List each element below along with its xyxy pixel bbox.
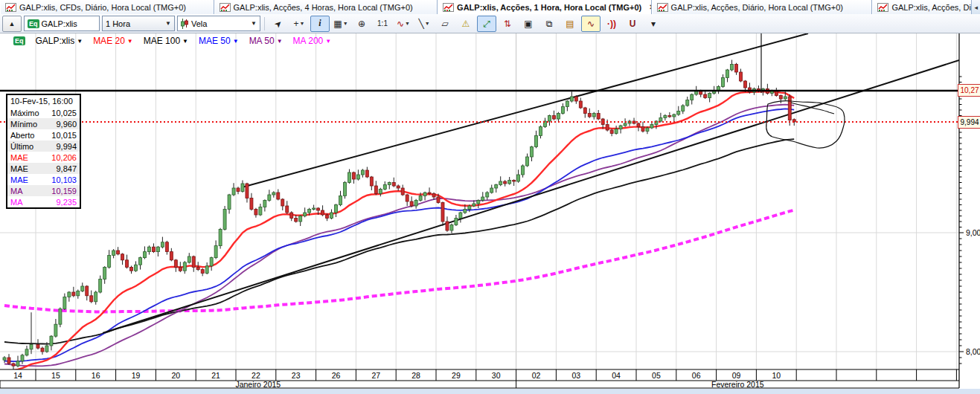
candle	[348, 172, 350, 183]
legend-label: GALP:xlis	[36, 36, 75, 46]
candle	[295, 219, 298, 222]
candle	[241, 184, 244, 192]
candle	[308, 210, 311, 213]
candle	[121, 254, 124, 260]
candle	[686, 100, 689, 106]
candle	[304, 213, 307, 216]
candle	[784, 97, 787, 99]
candle	[321, 210, 324, 215]
candle	[691, 94, 694, 100]
candle	[326, 215, 329, 219]
candle	[352, 172, 355, 179]
candle	[495, 185, 498, 189]
legend-label: MA 50	[249, 36, 275, 46]
candle	[210, 258, 213, 266]
date-tick-label: 15	[51, 371, 60, 380]
candle	[646, 128, 649, 132]
candle	[446, 222, 449, 230]
candle	[214, 246, 217, 258]
candle	[370, 177, 373, 186]
candle	[147, 247, 150, 251]
month-label: Fevereiro 2015	[711, 380, 764, 389]
candle	[624, 123, 627, 126]
tooltip-row-label: Máximo	[10, 109, 39, 117]
price-tick-label: 8,00	[966, 347, 980, 356]
legend-item-mae-50[interactable]: MAE 50▼	[199, 36, 239, 46]
candle	[183, 262, 186, 271]
tooltip-row-value: 10,159	[51, 187, 77, 196]
legend-item-mae-20[interactable]: MAE 20▼	[93, 36, 133, 46]
ma-line-mae-50[interactable]	[4, 109, 794, 361]
candle	[735, 65, 738, 73]
candle	[16, 361, 19, 366]
date-tick-label: 26	[332, 371, 341, 380]
price-chart-canvas[interactable]: 9,008,0014151619202122232627282930020304…	[0, 0, 980, 394]
tooltip-row-ma: MA9,235	[7, 196, 80, 207]
ma-line-mae-20[interactable]	[4, 91, 794, 372]
legend-item-ma-50[interactable]: MA 50▼	[249, 36, 283, 46]
candle	[548, 116, 551, 122]
candle	[54, 324, 57, 336]
candle	[170, 252, 173, 260]
candle	[704, 94, 707, 98]
candle	[557, 114, 560, 120]
candle	[473, 204, 475, 206]
candle	[450, 225, 453, 231]
candle	[650, 125, 653, 129]
candle	[606, 125, 609, 131]
candle	[401, 188, 404, 195]
candle	[317, 208, 320, 210]
candle	[775, 91, 778, 96]
date-tick-label: 19	[132, 371, 141, 380]
tooltip-row-value: 9,994	[56, 142, 77, 151]
candle	[423, 193, 426, 196]
candle	[130, 267, 133, 271]
tooltip-datetime: 10-Fev-15, 16:00	[7, 95, 80, 107]
candle	[108, 255, 111, 267]
candle	[597, 114, 600, 120]
tooltip-row-label: Último	[10, 142, 33, 151]
candle	[477, 201, 480, 204]
candle	[36, 344, 39, 348]
candle	[135, 265, 138, 271]
ma-line-ma-200[interactable]	[4, 210, 794, 312]
candle	[254, 210, 257, 216]
legend-item-ma-200[interactable]: MA 200▼	[293, 36, 332, 46]
candle	[659, 118, 662, 122]
candle	[504, 181, 507, 184]
candle	[441, 203, 444, 222]
candle	[196, 267, 199, 269]
candle	[726, 70, 729, 78]
candle	[579, 101, 582, 108]
price-tick-label: 9,00	[966, 228, 980, 237]
tooltip-row-mínimo: Mínimo9,960	[7, 118, 80, 129]
candle	[570, 97, 573, 101]
candle	[72, 292, 75, 296]
candle	[259, 207, 262, 216]
candle	[414, 201, 417, 207]
candle	[192, 256, 195, 267]
lower-trendline[interactable]	[103, 60, 959, 333]
candle	[343, 183, 346, 196]
candle	[410, 201, 413, 206]
candle	[583, 108, 586, 114]
legend-label: MA 200	[293, 36, 324, 46]
candle	[99, 279, 102, 292]
legend-label: MAE 50	[199, 36, 231, 46]
candle	[486, 193, 489, 197]
candle	[517, 175, 520, 181]
legend-item-galp-xlis[interactable]: GALP:xlis▼	[36, 36, 83, 46]
upper-trendline[interactable]	[242, 33, 808, 187]
candle	[139, 258, 142, 265]
candle	[365, 170, 368, 177]
tooltip-row-label: MA	[10, 198, 23, 207]
candle	[41, 348, 44, 352]
candle	[677, 112, 680, 115]
date-tick-label: 23	[292, 371, 301, 380]
candle	[237, 188, 240, 192]
candle	[50, 336, 53, 346]
candle	[277, 193, 280, 199]
ma-line-mae-100[interactable]	[4, 139, 794, 343]
candle	[188, 256, 190, 262]
legend-item-mae-100[interactable]: MAE 100▼	[144, 36, 188, 46]
